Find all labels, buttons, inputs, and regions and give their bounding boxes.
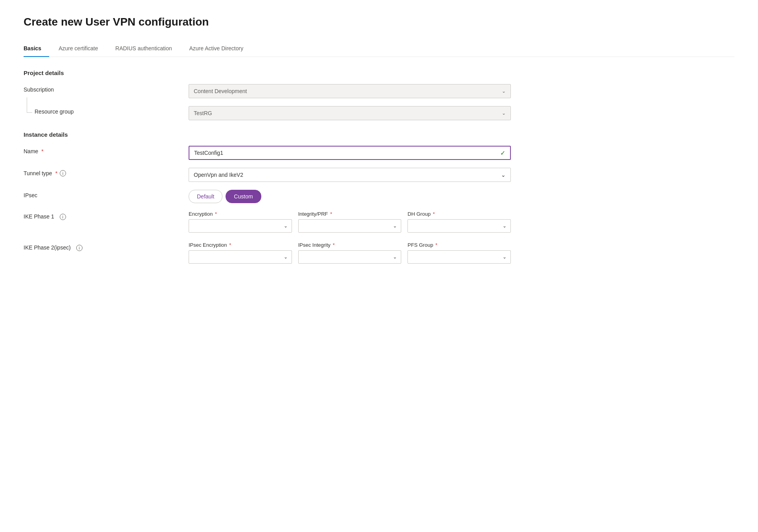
tunnel-type-dropdown[interactable]: OpenVpn and IkeV2 ⌄ bbox=[189, 168, 511, 182]
encryption-dropdown[interactable]: ⌄ bbox=[189, 219, 292, 233]
subscription-label: Subscription bbox=[24, 84, 189, 93]
encryption-chevron-icon: ⌄ bbox=[284, 223, 288, 229]
tab-azure-certificate[interactable]: Azure certificate bbox=[59, 41, 106, 57]
dh-group-label: DH Group * bbox=[407, 211, 511, 217]
ipsec-encryption-dropdown[interactable]: ⌄ bbox=[189, 250, 292, 264]
instance-details-title: Instance details bbox=[24, 131, 734, 138]
ike-phase2-dropdowns: IPsec Encryption * ⌄ IPsec Integrity * ⌄ bbox=[189, 242, 511, 264]
ipsec-input-col: Default Custom bbox=[189, 190, 511, 203]
dh-group-group: DH Group * ⌄ bbox=[407, 211, 511, 233]
name-value: TestConfig1 bbox=[194, 150, 223, 156]
ipsec-row: IPsec Default Custom bbox=[24, 190, 734, 203]
ike-phase2-label: IKE Phase 2(ipsec) bbox=[24, 244, 71, 251]
instance-details-section: Instance details Name * TestConfig1 ✓ Tu… bbox=[24, 131, 734, 264]
subscription-dropdown[interactable]: Content Development ⌄ bbox=[189, 84, 511, 98]
page-title: Create new User VPN configuration bbox=[24, 16, 734, 28]
ipsec-encryption-required-star: * bbox=[229, 242, 231, 248]
integrity-prf-required-star: * bbox=[330, 211, 332, 217]
tunnel-type-input-col: OpenVpn and IkeV2 ⌄ bbox=[189, 168, 511, 182]
project-details-title: Project details bbox=[24, 70, 734, 76]
tunnel-type-label: Tunnel type * i bbox=[24, 168, 189, 176]
ipsec-custom-button[interactable]: Custom bbox=[226, 190, 261, 203]
subscription-chevron-icon: ⌄ bbox=[502, 88, 506, 94]
pfs-group-group: PFS Group * ⌄ bbox=[407, 242, 511, 264]
name-input-col: TestConfig1 ✓ bbox=[189, 146, 511, 160]
project-details-section: Project details Subscription Content Dev… bbox=[24, 70, 734, 120]
resource-group-input-col: TestRG ⌄ bbox=[189, 106, 511, 120]
ipsec-label: IPsec bbox=[24, 190, 189, 198]
subscription-input-col: Content Development ⌄ bbox=[189, 84, 511, 98]
ike-phase1-dropdowns: Encryption * ⌄ Integrity/PRF * ⌄ bbox=[189, 211, 511, 233]
subscription-row: Subscription Content Development ⌄ bbox=[24, 84, 734, 98]
name-input[interactable]: TestConfig1 ✓ bbox=[189, 146, 511, 160]
ipsec-encryption-chevron-icon: ⌄ bbox=[284, 254, 288, 260]
dh-group-dropdown[interactable]: ⌄ bbox=[407, 219, 511, 233]
ipsec-encryption-group: IPsec Encryption * ⌄ bbox=[189, 242, 292, 264]
resource-group-row: Resource group TestRG ⌄ bbox=[24, 106, 734, 120]
ipsec-integrity-dropdown[interactable]: ⌄ bbox=[298, 250, 402, 264]
resource-group-chevron-icon: ⌄ bbox=[502, 110, 506, 116]
tunnel-type-required-star: * bbox=[55, 170, 57, 176]
integrity-prf-label: Integrity/PRF * bbox=[298, 211, 402, 217]
name-row: Name * TestConfig1 ✓ bbox=[24, 146, 734, 160]
tab-radius-authentication[interactable]: RADIUS authentication bbox=[116, 41, 180, 57]
ike-phase1-row: IKE Phase 1 i Encryption * ⌄ bbox=[24, 211, 734, 233]
ipsec-encryption-label: IPsec Encryption * bbox=[189, 242, 292, 248]
pfs-group-chevron-icon: ⌄ bbox=[503, 254, 507, 260]
tab-basics[interactable]: Basics bbox=[24, 41, 49, 57]
pfs-group-dropdown[interactable]: ⌄ bbox=[407, 250, 511, 264]
resource-group-value: TestRG bbox=[194, 110, 212, 116]
tunnel-type-value: OpenVpn and IkeV2 bbox=[194, 172, 243, 178]
resource-group-label: Resource group bbox=[24, 106, 189, 115]
integrity-prf-chevron-icon: ⌄ bbox=[393, 223, 397, 229]
name-label: Name * bbox=[24, 146, 189, 154]
encryption-label: Encryption * bbox=[189, 211, 292, 217]
ike-phase1-label: IKE Phase 1 bbox=[24, 213, 54, 220]
ipsec-default-button[interactable]: Default bbox=[189, 190, 222, 203]
encryption-group: Encryption * ⌄ bbox=[189, 211, 292, 233]
integrity-prf-group: Integrity/PRF * ⌄ bbox=[298, 211, 402, 233]
encryption-required-star: * bbox=[215, 211, 217, 217]
resource-group-dropdown[interactable]: TestRG ⌄ bbox=[189, 106, 511, 120]
tunnel-type-info-icon[interactable]: i bbox=[60, 170, 66, 176]
ike-phase2-label-col: IKE Phase 2(ipsec) i bbox=[24, 242, 189, 251]
ipsec-integrity-label: IPsec Integrity * bbox=[298, 242, 402, 248]
tab-azure-active-directory[interactable]: Azure Active Directory bbox=[189, 41, 251, 57]
pfs-group-required-star: * bbox=[435, 242, 437, 248]
tabs-container: Basics Azure certificate RADIUS authenti… bbox=[24, 41, 734, 57]
ike-phase2-row: IKE Phase 2(ipsec) i IPsec Encryption * … bbox=[24, 242, 734, 264]
ike-phase1-info-icon[interactable]: i bbox=[60, 214, 66, 220]
subscription-value: Content Development bbox=[194, 88, 247, 94]
ike-phase1-label-col: IKE Phase 1 i bbox=[24, 211, 189, 220]
pfs-group-label: PFS Group * bbox=[407, 242, 511, 248]
dh-group-required-star: * bbox=[433, 211, 435, 217]
name-required-star: * bbox=[41, 148, 43, 154]
ipsec-integrity-chevron-icon: ⌄ bbox=[393, 254, 397, 260]
integrity-prf-dropdown[interactable]: ⌄ bbox=[298, 219, 402, 233]
dh-group-chevron-icon: ⌄ bbox=[503, 223, 507, 229]
tunnel-type-row: Tunnel type * i OpenVpn and IkeV2 ⌄ bbox=[24, 168, 734, 182]
ipsec-integrity-required-star: * bbox=[333, 242, 335, 248]
ike-phase2-info-icon[interactable]: i bbox=[76, 245, 83, 251]
ipsec-integrity-group: IPsec Integrity * ⌄ bbox=[298, 242, 402, 264]
ipsec-toggle: Default Custom bbox=[189, 190, 511, 203]
tunnel-type-chevron-icon: ⌄ bbox=[501, 172, 506, 178]
name-check-icon: ✓ bbox=[500, 149, 505, 157]
